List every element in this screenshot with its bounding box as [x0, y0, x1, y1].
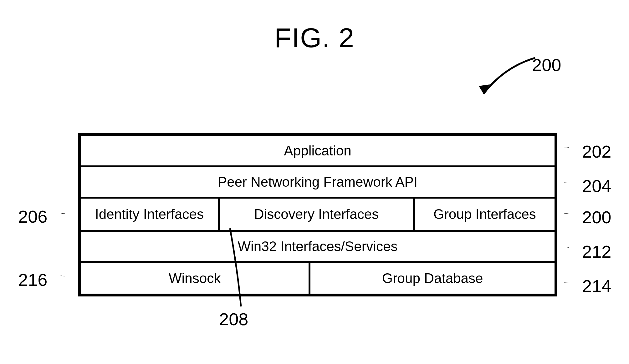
ref-212: 212: [582, 241, 611, 262]
tick-214: [557, 281, 576, 283]
cell-application: Application: [80, 135, 555, 166]
cell-group-interfaces: Group Interfaces: [414, 198, 555, 231]
ref-208: 208: [219, 309, 248, 329]
tick-202: [557, 147, 576, 149]
tick-200b: [557, 213, 576, 215]
cell-winsock: Winsock: [80, 262, 309, 295]
cell-api: Peer Networking Framework API: [80, 166, 555, 198]
cell-group-database: Group Database: [309, 262, 555, 295]
ref-202: 202: [582, 141, 611, 162]
tick-204: [557, 181, 576, 183]
ref-214: 214: [582, 276, 611, 296]
row-interfaces: Identity Interfaces Discovery Interfaces…: [80, 198, 555, 231]
architecture-diagram: Application Peer Networking Framework AP…: [78, 133, 557, 296]
tick-216: [53, 275, 72, 277]
cell-identity-interfaces: Identity Interfaces: [80, 198, 219, 231]
cell-discovery-interfaces: Discovery Interfaces: [219, 198, 414, 231]
tick-206: [53, 213, 72, 215]
tick-212: [557, 247, 576, 249]
leader-208: [219, 228, 257, 310]
ref-206: 206: [18, 206, 47, 227]
cell-win32: Win32 Interfaces/Services: [80, 231, 555, 262]
row-bottom: Winsock Group Database: [80, 262, 555, 295]
row-application: Application: [80, 135, 555, 166]
ref-200b: 200: [582, 207, 611, 227]
figure-title: FIG. 2: [0, 22, 629, 54]
ref-200-arrow: 200: [532, 55, 561, 75]
row-win32: Win32 Interfaces/Services: [80, 231, 555, 262]
ref-216: 216: [18, 270, 47, 290]
row-api: Peer Networking Framework API: [80, 166, 555, 198]
ref-204: 204: [582, 176, 611, 196]
